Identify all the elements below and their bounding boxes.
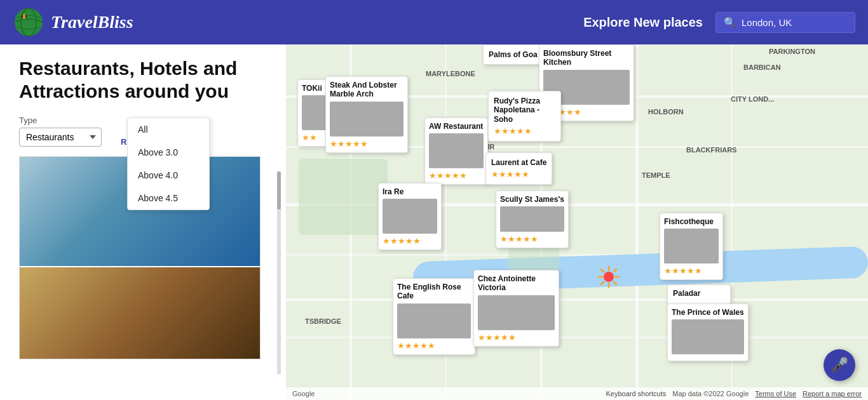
terms-of-use[interactable]: Terms of Use — [755, 390, 796, 397]
card-title-paladar: Paladar — [673, 289, 725, 298]
map-card-palms-of-goa[interactable]: Palms of Goa — [483, 44, 546, 65]
card-stars-rudys-pizza: ★★★★★ — [494, 126, 555, 136]
map-area[interactable]: MARYLEBONE HOLBORN BLACKFRIARS CITY LOND… — [286, 44, 868, 400]
keyboard-shortcuts[interactable]: Keyboard shortcuts — [606, 390, 666, 397]
card-title-english-rose: The English Rose Cafe — [397, 283, 471, 301]
card-title-scully: Scully St James's — [500, 195, 564, 204]
type-select[interactable]: Restaurants Hotels Attractions — [19, 128, 102, 147]
card-title-laurent: Laurent at Cafe — [491, 158, 546, 167]
svg-line-10 — [614, 269, 616, 272]
card-img-prince-of-wales — [672, 319, 744, 354]
card-stars-chez-antoinette: ★★★★★ — [478, 333, 555, 342]
card-stars-aw-restaurant: ★★★★★ — [429, 171, 484, 180]
svg-line-11 — [601, 282, 604, 284]
card-title-bloomsbury: Bloomsbury Street Kitchen — [543, 49, 630, 67]
card-img-steak-lobster — [330, 102, 403, 137]
map-card-laurent[interactable]: Laurent at Cafe ★★★★★ — [485, 152, 552, 185]
logo-text: TravelBliss — [51, 12, 133, 32]
map-card-aw-restaurant[interactable]: AW Restaurant ★★★★★ — [424, 117, 488, 185]
map-card-english-rose[interactable]: The English Rose Cafe ★★★★★ — [393, 278, 475, 355]
card-title-ira-re: Ira Re — [383, 187, 437, 196]
card-title-steak-lobster: Steak And Lobster Marble Arch — [330, 81, 403, 99]
logo-area: TravelBliss — [13, 6, 133, 38]
map-card-chez-antoinette[interactable]: Chez Antoinette Victoria ★★★★★ — [473, 270, 559, 347]
search-box[interactable]: 🔍 — [715, 12, 855, 33]
map-card-rudys-pizza[interactable]: Rudy's Pizza Napoletana - Soho ★★★★★ — [488, 91, 561, 142]
svg-line-9 — [614, 282, 616, 284]
card-img-ira-re — [383, 199, 437, 234]
svg-point-3 — [604, 272, 614, 282]
card-img-chez-antoinette — [478, 295, 555, 330]
header: TravelBliss Explore New places 🔍 — [0, 0, 868, 44]
card-stars-laurent: ★★★★★ — [491, 170, 546, 179]
sidebar-scrollbar[interactable] — [277, 171, 281, 375]
location-sun-marker — [597, 265, 620, 288]
type-filter-group: Type Restaurants Hotels Attractions — [19, 116, 102, 147]
card-stars-fishcotheque: ★★★★★ — [664, 266, 719, 276]
card-title-prince-of-wales: The Prince of Wales — [672, 308, 744, 317]
card-img-fishcotheque — [664, 229, 719, 263]
google-label: Google — [292, 390, 315, 397]
header-right: Explore New places 🔍 — [583, 12, 855, 33]
map-card-prince-of-wales[interactable]: The Prince of Wales — [667, 303, 749, 361]
map-card-fishcotheque[interactable]: Fishcotheque ★★★★★ — [660, 213, 723, 280]
mic-icon: 🎤 — [831, 357, 848, 373]
map-data-label: Map data ©2022 Google — [672, 390, 749, 397]
map-card-paladar[interactable]: Paladar — [667, 284, 731, 305]
rating-option-4-5[interactable]: Above 4.5 — [128, 187, 209, 210]
logo-globe-icon — [13, 6, 44, 38]
search-icon: 🔍 — [724, 17, 736, 29]
card-title-aw-restaurant: AW Restaurant — [429, 122, 484, 131]
rating-dropdown: All Above 3.0 Above 4.0 Above 4.5 — [127, 117, 210, 210]
card-img-english-rose — [397, 303, 471, 338]
sidebar-scrollbar-thumb[interactable] — [277, 171, 281, 210]
gallery-image-restaurant — [20, 267, 260, 359]
svg-line-8 — [601, 269, 604, 272]
map-footer-left: Google — [292, 390, 315, 397]
card-img-scully — [500, 206, 564, 232]
map-footer: Google Keyboard shortcuts Map data ©2022… — [286, 387, 868, 400]
sidebar: Restaurants, Hotels and Attractions arou… — [0, 44, 286, 400]
rating-option-4[interactable]: Above 4.0 — [128, 164, 209, 187]
search-input[interactable] — [742, 17, 850, 28]
explore-label: Explore New places — [583, 15, 703, 30]
map-footer-right: Keyboard shortcuts Map data ©2022 Google… — [606, 390, 862, 397]
card-stars-english-rose: ★★★★★ — [397, 341, 471, 350]
map-card-steak-lobster[interactable]: Steak And Lobster Marble Arch ★★★★★ — [325, 76, 408, 153]
card-stars-scully: ★★★★★ — [500, 234, 564, 244]
card-title-chez-antoinette: Chez Antoinette Victoria — [478, 274, 555, 293]
map-card-ira-re[interactable]: Ira Re ★★★★★ — [378, 183, 442, 250]
card-title-palms-of-goa: Palms of Goa — [489, 50, 541, 59]
card-img-aw-restaurant — [429, 133, 484, 168]
mic-button[interactable]: 🎤 — [824, 349, 855, 381]
rating-option-all[interactable]: All — [128, 118, 209, 141]
card-stars-ira-re: ★★★★★ — [383, 236, 437, 246]
sidebar-title: Restaurants, Hotels and Attractions arou… — [19, 57, 273, 103]
rating-option-3[interactable]: Above 3.0 — [128, 141, 209, 164]
card-stars-steak-lobster: ★★★★★ — [330, 139, 403, 149]
card-title-rudys-pizza: Rudy's Pizza Napoletana - Soho — [494, 97, 555, 124]
svg-point-0 — [15, 8, 43, 36]
type-filter-label: Type — [19, 116, 102, 125]
report-map-error[interactable]: Report a map error — [803, 390, 862, 397]
card-title-fishcotheque: Fishcotheque — [664, 217, 719, 226]
map-card-scully[interactable]: Scully St James's ★★★★★ — [496, 190, 569, 248]
main-layout: Restaurants, Hotels and Attractions arou… — [0, 44, 868, 400]
